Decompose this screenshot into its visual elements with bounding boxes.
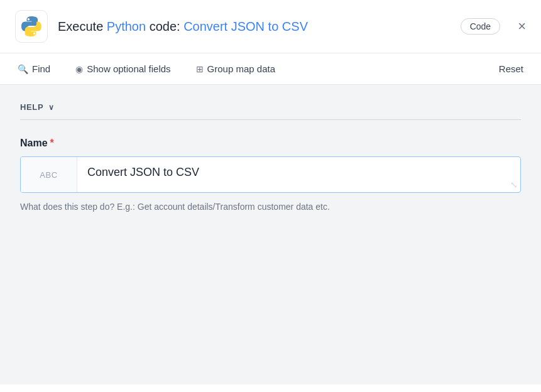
name-input[interactable] xyxy=(77,157,508,192)
find-toolbar-item[interactable]: 🔍 Find xyxy=(15,53,63,84)
header: Execute Python code: Convert JSON to CSV… xyxy=(0,0,541,53)
toolbar: 🔍 Find ◉ Show optional fields ⊞ Group ma… xyxy=(0,53,541,85)
show-optional-label: Show optional fields xyxy=(87,63,170,74)
resize-handle-icon: ⤡ xyxy=(508,177,520,192)
help-toggle[interactable]: HELP ∨ xyxy=(20,102,521,119)
group-map-toolbar-item[interactable]: ⊞ Group map data xyxy=(183,53,288,84)
name-input-wrapper: ABC ⤡ xyxy=(20,156,521,193)
reset-toolbar-item[interactable]: Reset xyxy=(496,53,526,84)
group-map-label: Group map data xyxy=(207,63,275,74)
name-field-section: Name * ABC ⤡ What does this step do? E.g… xyxy=(20,138,521,214)
header-title: Execute Python code: Convert JSON to CSV xyxy=(58,19,451,34)
help-divider xyxy=(20,119,521,120)
name-help-text: What does this step do? E.g.: Get accoun… xyxy=(20,200,521,214)
main-content: HELP ∨ Name * ABC ⤡ What does this step … xyxy=(0,85,541,384)
close-button[interactable]: × xyxy=(518,19,526,33)
name-field-label: Name * xyxy=(20,138,521,149)
eye-icon: ◉ xyxy=(75,64,83,74)
find-label: Find xyxy=(32,63,50,74)
help-chevron-icon: ∨ xyxy=(48,103,55,112)
python-logo xyxy=(15,10,48,43)
show-optional-toolbar-item[interactable]: ◉ Show optional fields xyxy=(63,53,183,84)
find-icon: 🔍 xyxy=(18,64,28,74)
help-section: HELP ∨ xyxy=(20,102,521,120)
help-label: HELP xyxy=(20,102,43,112)
input-prefix: ABC xyxy=(21,157,77,192)
group-icon: ⊞ xyxy=(196,64,204,74)
required-star: * xyxy=(50,138,54,149)
code-button[interactable]: Code xyxy=(461,18,500,35)
